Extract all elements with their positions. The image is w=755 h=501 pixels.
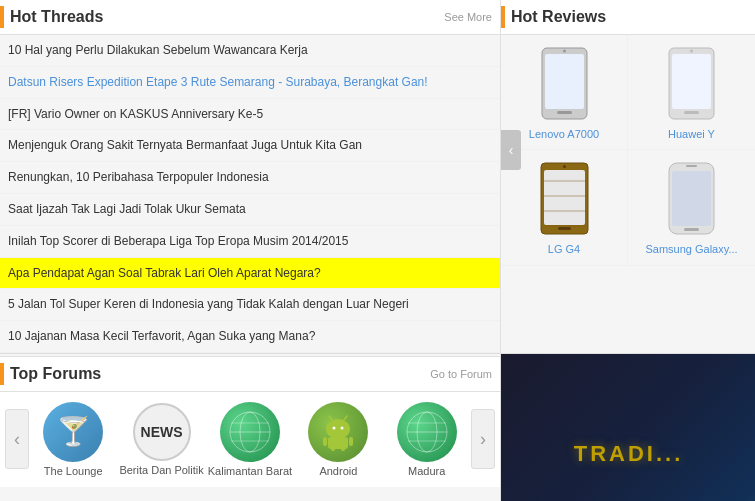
review-phone-image-lenovo — [524, 43, 604, 123]
reviews-carousel-container: ‹ Lenovo A7000 — [501, 35, 755, 266]
thread-item-2[interactable]: Datsun Risers Expedition Etape 3 Rute Se… — [0, 67, 500, 99]
samsung-galaxy-svg — [664, 161, 719, 236]
hot-reviews-column: Hot Reviews ‹ — [500, 0, 755, 353]
kalimantan-icon — [220, 402, 280, 462]
review-phone-image-huawei — [652, 43, 732, 123]
top-area: Hot Threads See More 10 Hal yang Perlu D… — [0, 0, 755, 353]
thread-item-8[interactable]: Apa Pendapat Agan Soal Tabrak Lari Oleh … — [0, 258, 500, 290]
hot-threads-see-more[interactable]: See More — [444, 11, 492, 23]
top-forums-column: Top Forums Go to Forum ‹ The Lounge — [0, 354, 500, 501]
svg-line-29 — [344, 416, 347, 420]
svg-rect-9 — [544, 170, 585, 225]
forum-label-berita: Berita Dan Politik — [119, 464, 203, 476]
right-advertisement[interactable]: TRADI... — [501, 354, 755, 501]
svg-point-11 — [563, 165, 566, 168]
svg-rect-19 — [686, 165, 697, 167]
android-icon — [308, 402, 368, 462]
review-label-lg: LG G4 — [548, 242, 580, 256]
globe-svg-kalimantan — [229, 411, 271, 453]
svg-rect-6 — [684, 111, 699, 114]
thread-link-2[interactable]: Datsun Risers Expedition Etape 3 Rute Se… — [8, 75, 428, 89]
hot-threads-column: Hot Threads See More 10 Hal yang Perlu D… — [0, 0, 500, 353]
forum-item-kalimantan[interactable]: Kalimantan Barat — [207, 402, 292, 477]
forum-label-madura: Madura — [408, 465, 445, 477]
svg-rect-17 — [672, 171, 711, 226]
svg-rect-31 — [323, 437, 327, 446]
forum-item-berita[interactable]: NEWS Berita Dan Politik — [119, 403, 204, 476]
review-item-huawei[interactable]: Huawei Y — [628, 35, 755, 150]
thread-item-1[interactable]: 10 Hal yang Perlu Dilakukan Sebelum Wawa… — [0, 35, 500, 67]
svg-point-7 — [690, 49, 693, 52]
thread-item-9[interactable]: 5 Jalan Tol Super Keren di Indonesia yan… — [0, 289, 500, 321]
thread-item-5[interactable]: Renungkan, 10 Peribahasa Terpopuler Indo… — [0, 162, 500, 194]
review-item-samsung[interactable]: Samsung Galaxy... — [628, 150, 755, 265]
berita-icon: NEWS — [133, 403, 191, 461]
forum-label-kalimantan: Kalimantan Barat — [208, 465, 292, 477]
lenovo-a7000-svg — [537, 46, 592, 121]
hot-threads-title-group: Hot Threads — [0, 6, 103, 28]
top-forums-title: Top Forums — [10, 365, 101, 383]
hot-reviews-title-group: Hot Reviews — [501, 6, 606, 28]
hot-threads-section: Hot Threads See More 10 Hal yang Perlu D… — [0, 0, 500, 353]
svg-rect-32 — [349, 437, 353, 446]
madura-icon — [397, 402, 457, 462]
hot-threads-title-bar — [0, 6, 4, 28]
svg-rect-34 — [341, 448, 345, 451]
thread-item-7[interactable]: Inilah Top Scorer di Beberapa Liga Top E… — [0, 226, 500, 258]
forum-item-android[interactable]: Android — [296, 402, 381, 477]
forums-prev-arrow[interactable]: ‹ — [5, 409, 29, 469]
forum-label-android: Android — [319, 465, 357, 477]
reviews-prev-arrow[interactable]: ‹ — [501, 130, 521, 170]
hot-threads-header: Hot Threads See More — [0, 0, 500, 35]
forums-next-arrow[interactable]: › — [471, 409, 495, 469]
svg-rect-30 — [328, 437, 348, 449]
forum-item-lounge[interactable]: The Lounge — [31, 402, 116, 477]
hot-reviews-section: Hot Reviews ‹ — [501, 0, 755, 266]
svg-point-26 — [333, 426, 336, 429]
lg-g4-svg — [537, 161, 592, 236]
svg-point-27 — [341, 426, 344, 429]
hot-reviews-title-bar — [501, 6, 505, 28]
svg-rect-1 — [545, 54, 584, 109]
forum-item-madura[interactable]: Madura — [384, 402, 469, 477]
review-phone-image-lg — [524, 158, 604, 238]
thread-list: 10 Hal yang Perlu Dilakukan Sebelum Wawa… — [0, 35, 500, 353]
bottom-area: Top Forums Go to Forum ‹ The Lounge — [0, 353, 755, 501]
top-forums-section: Top Forums Go to Forum ‹ The Lounge — [0, 356, 500, 487]
ad-background-graphic — [501, 434, 755, 501]
hot-reviews-title: Hot Reviews — [511, 8, 606, 26]
review-label-lenovo: Lenovo A7000 — [529, 127, 599, 141]
lounge-icon — [43, 402, 103, 462]
top-forums-title-bar — [0, 363, 4, 385]
forum-label-lounge: The Lounge — [44, 465, 103, 477]
top-forums-title-group: Top Forums — [0, 363, 101, 385]
thread-item-3[interactable]: [FR] Vario Owner on KASKUS Anniversary K… — [0, 99, 500, 131]
svg-point-25 — [326, 419, 350, 439]
go-to-forum-link[interactable]: Go to Forum — [430, 368, 492, 380]
reviews-grid: Lenovo A7000 Huawei Y — [501, 35, 755, 266]
review-label-samsung: Samsung Galaxy... — [645, 242, 737, 256]
thread-item-4[interactable]: Menjenguk Orang Sakit Ternyata Bermanfaa… — [0, 130, 500, 162]
svg-rect-18 — [684, 228, 699, 231]
globe-svg-madura — [406, 411, 448, 453]
svg-rect-10 — [558, 227, 571, 230]
hot-reviews-header: Hot Reviews — [501, 0, 755, 35]
forums-carousel: ‹ The Lounge NEWS Berita Dan Politik — [0, 392, 500, 487]
review-label-huawei: Huawei Y — [668, 127, 715, 141]
thread-item-6[interactable]: Saat Ijazah Tak Lagi Jadi Tolak Ukur Sem… — [0, 194, 500, 226]
svg-point-3 — [563, 49, 566, 52]
top-forums-header: Top Forums Go to Forum — [0, 357, 500, 392]
svg-rect-5 — [672, 54, 711, 109]
hot-threads-title: Hot Threads — [10, 8, 103, 26]
svg-rect-33 — [331, 448, 335, 451]
forums-list: The Lounge NEWS Berita Dan Politik — [29, 402, 471, 477]
svg-rect-2 — [557, 111, 572, 114]
review-phone-image-samsung — [652, 158, 732, 238]
right-ad-column: TRADI... — [500, 354, 755, 501]
svg-line-28 — [329, 416, 332, 420]
huawei-y-svg — [664, 46, 719, 121]
android-logo-svg — [319, 413, 357, 451]
thread-item-10[interactable]: 10 Jajanan Masa Kecil Terfavorit, Agan S… — [0, 321, 500, 353]
